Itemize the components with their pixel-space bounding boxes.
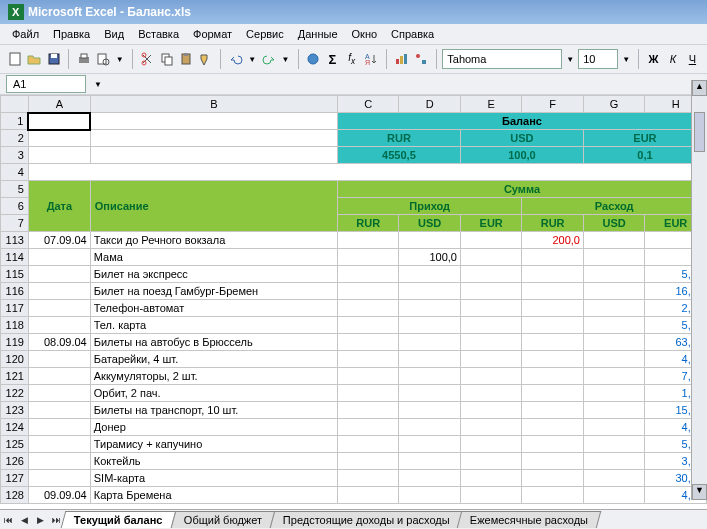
scroll-down-button[interactable]: ▼	[692, 484, 707, 500]
cell-desc[interactable]: Билет на экспресс	[90, 266, 337, 283]
col-header[interactable]: C	[337, 96, 398, 113]
cell-value[interactable]	[522, 351, 584, 368]
function-button[interactable]: fx	[343, 48, 360, 70]
currency-header[interactable]: RUR	[337, 215, 398, 232]
col-header[interactable]: B	[90, 96, 337, 113]
cell-date[interactable]	[28, 419, 90, 436]
cell-date[interactable]	[28, 300, 90, 317]
cell-value[interactable]	[337, 385, 398, 402]
italic-button[interactable]: К	[664, 48, 681, 70]
cut-button[interactable]	[138, 48, 155, 70]
cell-value[interactable]	[522, 453, 584, 470]
cell-date[interactable]: 09.09.04	[28, 487, 90, 504]
cell-desc[interactable]: SIM-карта	[90, 470, 337, 487]
row-header[interactable]: 117	[1, 300, 29, 317]
row-header[interactable]: 125	[1, 436, 29, 453]
cell-value[interactable]	[337, 453, 398, 470]
cell-value[interactable]	[460, 351, 521, 368]
currency-header[interactable]: USD	[399, 215, 461, 232]
cell-value[interactable]	[460, 487, 521, 504]
cell-desc[interactable]: Тирамису + капучино	[90, 436, 337, 453]
cell-desc[interactable]: Билеты на транспорт, 10 шт.	[90, 402, 337, 419]
menu-Формат[interactable]: Формат	[187, 26, 238, 42]
sheet-tab[interactable]: Текущий баланс	[61, 511, 176, 528]
cell[interactable]	[90, 130, 337, 147]
sort-button[interactable]: AЯ	[363, 48, 380, 70]
cell-date[interactable]	[28, 351, 90, 368]
cell-value[interactable]	[399, 470, 461, 487]
expense-header[interactable]: Расход	[522, 198, 707, 215]
select-all[interactable]	[1, 96, 29, 113]
row-header[interactable]: 122	[1, 385, 29, 402]
cell-value[interactable]	[460, 266, 521, 283]
row-header[interactable]: 121	[1, 368, 29, 385]
cell-value[interactable]	[522, 266, 584, 283]
cell-value[interactable]	[583, 470, 644, 487]
vertical-scrollbar[interactable]: ▲ ▼	[691, 80, 707, 500]
menu-Вставка[interactable]: Вставка	[132, 26, 185, 42]
cell-date[interactable]	[28, 436, 90, 453]
namebox-dropdown[interactable]: ▼	[92, 80, 104, 89]
cell-date[interactable]	[28, 402, 90, 419]
sheet-tab[interactable]: Ежемесячные расходы	[457, 511, 602, 528]
cell-value[interactable]	[583, 249, 644, 266]
cell-value[interactable]	[460, 232, 521, 249]
row-header[interactable]: 6	[1, 198, 29, 215]
row-header[interactable]: 128	[1, 487, 29, 504]
col-header[interactable]: G	[583, 96, 644, 113]
cell-value[interactable]	[522, 402, 584, 419]
menu-Вид[interactable]: Вид	[98, 26, 130, 42]
cell-value[interactable]	[522, 419, 584, 436]
row-header[interactable]: 123	[1, 402, 29, 419]
cell-value[interactable]	[399, 334, 461, 351]
cell-value[interactable]	[522, 283, 584, 300]
cell-value[interactable]	[399, 402, 461, 419]
cell-value[interactable]	[399, 368, 461, 385]
cell-value[interactable]	[337, 334, 398, 351]
row-header[interactable]: 113	[1, 232, 29, 249]
cell-value[interactable]	[399, 436, 461, 453]
cell-date[interactable]	[28, 385, 90, 402]
cell-value[interactable]	[522, 317, 584, 334]
cell-date[interactable]: 08.09.04	[28, 334, 90, 351]
cell-desc[interactable]: Билеты на автобус в Брюссель	[90, 334, 337, 351]
menu-Данные[interactable]: Данные	[292, 26, 344, 42]
autosum-button[interactable]: Σ	[324, 48, 341, 70]
cell-value[interactable]	[522, 334, 584, 351]
sheet-tab[interactable]: Предстоящие доходы и расходы	[269, 511, 462, 528]
print-preview-button[interactable]	[94, 48, 111, 70]
cell-value[interactable]	[399, 283, 461, 300]
size-dropdown[interactable]: ▼	[620, 55, 632, 64]
cell-value[interactable]	[399, 266, 461, 283]
cell-desc[interactable]: Такси до Речного вокзала	[90, 232, 337, 249]
print-button[interactable]	[75, 48, 92, 70]
income-header[interactable]: Приход	[337, 198, 521, 215]
cell-date[interactable]	[28, 317, 90, 334]
cell-value[interactable]	[583, 402, 644, 419]
cell-desc[interactable]: Аккумуляторы, 2 шт.	[90, 368, 337, 385]
bold-button[interactable]: Ж	[645, 48, 662, 70]
col-header[interactable]: F	[522, 96, 584, 113]
cell-date[interactable]	[28, 470, 90, 487]
row-header[interactable]: 114	[1, 249, 29, 266]
menu-Файл[interactable]: Файл	[6, 26, 45, 42]
cell-value[interactable]	[460, 470, 521, 487]
cell-date[interactable]	[28, 453, 90, 470]
cell-desc[interactable]: Карта Бремена	[90, 487, 337, 504]
cell[interactable]	[90, 113, 337, 130]
underline-button[interactable]: Ч	[684, 48, 701, 70]
scroll-up-button[interactable]: ▲	[692, 80, 707, 96]
balance-currency[interactable]: USD	[460, 130, 583, 147]
cell-value[interactable]	[337, 351, 398, 368]
open-button[interactable]	[25, 48, 42, 70]
cell-value[interactable]	[583, 487, 644, 504]
balance-value[interactable]: 100,0	[460, 147, 583, 164]
cell-value[interactable]	[337, 402, 398, 419]
tab-nav-next[interactable]: ▶	[32, 512, 48, 528]
cell-value[interactable]	[583, 436, 644, 453]
cell-desc[interactable]: Коктейль	[90, 453, 337, 470]
chart-button[interactable]	[393, 48, 410, 70]
cell-value[interactable]	[460, 419, 521, 436]
col-header[interactable]: A	[28, 96, 90, 113]
balance-value[interactable]: 0,1	[583, 147, 706, 164]
